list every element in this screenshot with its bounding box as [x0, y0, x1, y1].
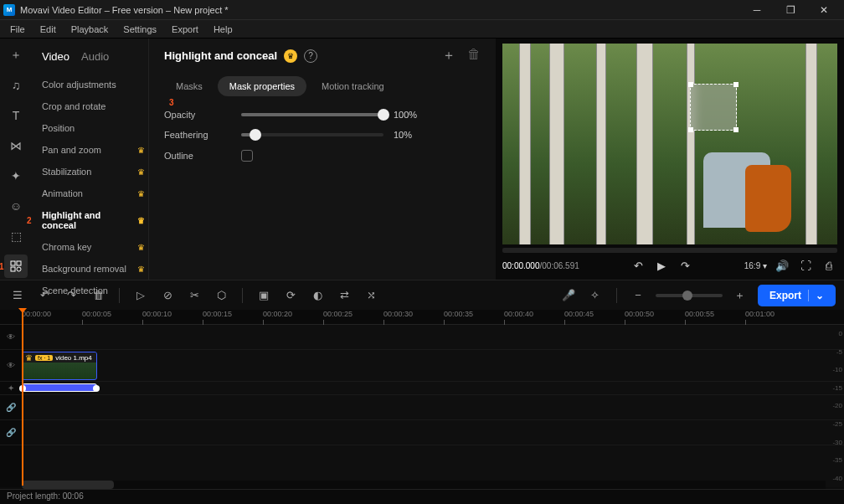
- play-icon[interactable]: ▶: [653, 260, 670, 272]
- track-overlay[interactable]: [22, 325, 844, 350]
- export-button[interactable]: Export⌄: [758, 285, 836, 306]
- snapshot-icon[interactable]: ⎙: [821, 260, 837, 272]
- crown-icon: ♛: [137, 265, 145, 274]
- tl-rotate-icon[interactable]: ⟳: [281, 289, 300, 301]
- menu-playback[interactable]: Playback: [64, 23, 116, 36]
- audio-icon[interactable]: ♫: [4, 74, 28, 97]
- stickers-icon[interactable]: ☺: [4, 194, 28, 218]
- panel-title: Highlight and conceal: [164, 49, 277, 62]
- effect-stabilization[interactable]: Stabilization♛: [39, 162, 148, 182]
- title-bar: M Movavi Video Editor – Free version – N…: [0, 0, 844, 20]
- annotation-marker-2: 2: [27, 216, 32, 225]
- tl-crop-icon[interactable]: ▣: [255, 289, 273, 301]
- minimize-button[interactable]: ─: [740, 2, 774, 18]
- track-video[interactable]: ♛ fx · 1 video 1.mp4: [22, 350, 844, 382]
- ruler-tick: 00:00:00: [22, 310, 82, 324]
- effect-highlight-conceal[interactable]: 2 Highlight and conceal♛: [39, 205, 148, 235]
- effect-color-adjustments[interactable]: Color adjustments: [39, 75, 148, 95]
- video-clip[interactable]: ♛ fx · 1 video 1.mp4: [22, 352, 97, 380]
- track-extra-1[interactable]: [22, 395, 844, 420]
- close-button[interactable]: ✕: [807, 2, 841, 18]
- menu-file[interactable]: File: [3, 23, 32, 36]
- tl-ai-icon[interactable]: ✧: [586, 289, 605, 301]
- timecode: 00:00.000/00:06.591: [502, 261, 579, 270]
- scrollbar-thumb[interactable]: [22, 481, 114, 489]
- effect-list: Color adjustments Crop and rotate Positi…: [39, 75, 148, 301]
- track-fx[interactable]: [22, 382, 844, 395]
- track-head-link[interactable]: 🔗: [0, 395, 22, 420]
- mask-overlay[interactable]: [690, 84, 737, 131]
- menu-edit[interactable]: Edit: [33, 23, 63, 36]
- opacity-label: Opacity: [164, 110, 231, 120]
- ruler-tick: 00:00:10: [142, 310, 203, 324]
- menu-settings[interactable]: Settings: [116, 23, 163, 36]
- tl-disable-icon[interactable]: ⊘: [158, 289, 177, 301]
- zoom-in-icon[interactable]: ＋: [731, 288, 749, 303]
- tl-mic-icon[interactable]: 🎤: [559, 289, 578, 301]
- track-head-video[interactable]: 👁: [0, 350, 22, 382]
- preview-scrubber[interactable]: [502, 248, 837, 253]
- more-tools-icon[interactable]: 1: [4, 255, 28, 278]
- preview-pane: 00:00.000/00:06.591 ↶ ▶ ↷ 16:9 ▾ 🔊 ⛶ ⎙: [496, 39, 844, 280]
- svg-point-3: [17, 267, 21, 271]
- effect-pan-zoom[interactable]: Pan and zoom♛: [39, 140, 148, 160]
- ruler-tick: 00:01:00: [745, 310, 805, 324]
- add-icon[interactable]: ＋: [4, 44, 28, 67]
- subtab-mask-properties[interactable]: Mask properties: [218, 76, 306, 96]
- tab-audio[interactable]: Audio: [81, 50, 109, 63]
- playhead[interactable]: [22, 310, 23, 486]
- volume-icon[interactable]: 🔊: [774, 260, 790, 272]
- timeline-tracks: 👁 👁 ✦ 🔗 🔗 ♛ fx · 1 video 1.mp4 0-5: [0, 325, 844, 487]
- effect-crop-rotate[interactable]: Crop and rotate: [39, 96, 148, 116]
- elements-icon[interactable]: ⬚: [4, 224, 28, 248]
- annotation-marker-3: 3: [169, 98, 174, 107]
- export-chevron-icon: ⌄: [816, 290, 824, 301]
- window-title: Movavi Video Editor – Free version – New…: [20, 5, 740, 15]
- crown-icon: ♛: [137, 189, 145, 198]
- tl-speed-icon[interactable]: ⇄: [335, 289, 353, 301]
- transitions-icon[interactable]: ⋈: [4, 134, 28, 157]
- maximize-button[interactable]: ❐: [774, 2, 807, 18]
- fx-clip[interactable]: [22, 383, 97, 392]
- outline-checkbox[interactable]: [241, 150, 253, 162]
- track-head-overlay[interactable]: 👁: [0, 325, 22, 350]
- track-extra-2[interactable]: [22, 420, 844, 445]
- svg-rect-0: [11, 261, 15, 265]
- effect-chroma-key[interactable]: Chroma key♛: [39, 237, 148, 257]
- add-mask-button[interactable]: ＋: [442, 47, 455, 64]
- effect-background-removal[interactable]: Background removal♛: [39, 259, 148, 279]
- ruler-tick: 00:00:15: [203, 310, 263, 324]
- tl-marker-icon[interactable]: ⬡: [212, 289, 230, 301]
- fullscreen-icon[interactable]: ⛶: [797, 260, 814, 272]
- opacity-slider[interactable]: [241, 113, 383, 116]
- subtab-masks[interactable]: Masks: [164, 76, 214, 96]
- timeline-ruler[interactable]: 00:00:00 00:00:05 00:00:10 00:00:15 00:0…: [0, 310, 844, 325]
- tl-shuffle-icon[interactable]: ⤭: [362, 289, 380, 301]
- text-icon[interactable]: T: [4, 104, 28, 127]
- preview-canvas[interactable]: [502, 44, 837, 244]
- tl-split-icon[interactable]: ✂: [185, 289, 203, 301]
- aspect-ratio[interactable]: 16:9 ▾: [744, 261, 767, 270]
- timeline-scrollbar[interactable]: [22, 481, 826, 489]
- feathering-value: 10%: [394, 130, 434, 140]
- help-icon[interactable]: ?: [304, 49, 317, 63]
- effect-position[interactable]: Position: [39, 118, 148, 138]
- effect-animation[interactable]: Animation♛: [39, 183, 148, 203]
- feathering-slider[interactable]: [241, 133, 383, 136]
- delete-mask-button[interactable]: 🗑: [467, 47, 481, 64]
- effect-scene-detection[interactable]: Scene detection: [39, 280, 148, 301]
- tab-video[interactable]: Video: [42, 50, 69, 63]
- effects-icon[interactable]: ✦: [4, 164, 28, 188]
- menu-bar: File Edit Playback Settings Export Help: [0, 20, 844, 39]
- tl-settings-icon[interactable]: ☰: [8, 289, 27, 301]
- tl-color-icon[interactable]: ◐: [308, 289, 327, 301]
- zoom-out-icon[interactable]: −: [629, 289, 647, 301]
- menu-export[interactable]: Export: [165, 23, 205, 36]
- zoom-slider[interactable]: [656, 294, 723, 297]
- opacity-value: 100%: [394, 110, 434, 120]
- menu-help[interactable]: Help: [207, 23, 239, 36]
- track-head-audio[interactable]: 🔗: [0, 420, 22, 445]
- subtab-motion-tracking[interactable]: Motion tracking: [310, 76, 396, 96]
- undo-icon[interactable]: ↶: [630, 260, 646, 272]
- redo-icon[interactable]: ↷: [677, 260, 693, 272]
